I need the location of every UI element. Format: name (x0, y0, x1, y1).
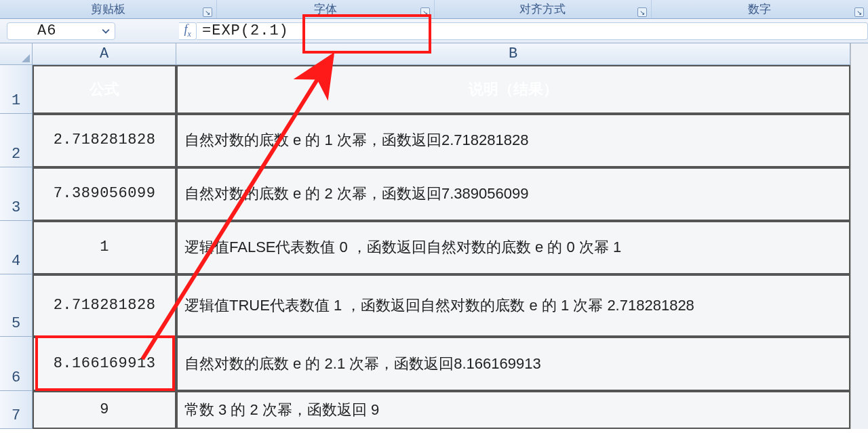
cell-text: 自然对数的底数 e 的 1 次幂，函数返回2.718281828 (184, 131, 528, 150)
cell-text: 逻辑值TRUE代表数值 1 ，函数返回自然对数的底数 e 的 1 次幂 2.71… (184, 296, 694, 316)
cell-B6[interactable]: 自然对数的底数 e 的 2.1 次幂，函数返回8.166169913 (176, 337, 850, 391)
cell-text: 公式 (90, 80, 119, 100)
dialog-launcher-icon[interactable]: ↘ (854, 7, 864, 17)
dialog-launcher-icon[interactable]: ↘ (420, 7, 430, 17)
cell-A6[interactable]: 8.166169913 (33, 337, 176, 391)
dialog-launcher-icon[interactable]: ↘ (637, 7, 647, 17)
dialog-launcher-icon[interactable]: ↘ (203, 7, 212, 17)
select-all-corner[interactable] (0, 43, 33, 65)
ribbon-group-label: 对齐方式 (519, 1, 566, 17)
cell-B4[interactable]: 逻辑值FALSE代表数值 0 ，函数返回自然对数的底数 e 的 0 次幂 1 (176, 221, 850, 274)
cell-B3[interactable]: 自然对数的底数 e 的 2 次幂，函数返回7.389056099 (176, 167, 850, 221)
row-header-3[interactable]: 3 (0, 167, 33, 221)
cell-text: 常数 3 的 2 次幂，函数返回 9 (184, 400, 379, 420)
cell-text: 自然对数的底数 e 的 2 次幂，函数返回7.389056099 (184, 184, 528, 204)
row-header-6[interactable]: 6 (0, 337, 33, 391)
ribbon-group-label: 数字 (748, 1, 771, 17)
cell-A7[interactable]: 9 (33, 391, 176, 429)
cell-text: 2.718281828 (54, 296, 156, 316)
insert-function-button[interactable]: fx (179, 22, 197, 40)
chevron-down-icon[interactable] (101, 26, 111, 36)
ribbon-group-label: 剪贴板 (91, 1, 125, 17)
cell-text: 9 (100, 400, 109, 420)
fx-icon: fx (184, 22, 191, 39)
vertical-scrollbar[interactable] (850, 43, 868, 429)
row-header-5[interactable]: 5 (0, 274, 33, 337)
formula-bar: A6 fx =EXP(2.1) (0, 19, 868, 43)
column-header-B[interactable]: B (176, 43, 850, 65)
formula-input[interactable]: =EXP(2.1) (197, 22, 868, 40)
cell-A5[interactable]: 2.718281828 (33, 274, 176, 337)
ribbon-group-clipboard[interactable]: 剪贴板 ↘ (0, 0, 217, 18)
cell-A1[interactable]: 公式 (33, 65, 176, 114)
column-header-A[interactable]: A (33, 43, 176, 65)
cell-A4[interactable]: 1 (33, 221, 176, 274)
cell-B5[interactable]: 逻辑值TRUE代表数值 1 ，函数返回自然对数的底数 e 的 1 次幂 2.71… (176, 274, 850, 337)
ribbon-group-number[interactable]: 数字 ↘ (652, 0, 868, 18)
cell-text: 逻辑值FALSE代表数值 0 ，函数返回自然对数的底数 e 的 0 次幂 1 (184, 238, 621, 257)
ribbon-groups: 剪贴板 ↘ 字体 ↘ 对齐方式 ↘ 数字 ↘ (0, 0, 868, 19)
ribbon-group-font[interactable]: 字体 ↘ (217, 0, 434, 18)
cell-text: 说明（结果） (469, 80, 558, 100)
cell-B7[interactable]: 常数 3 的 2 次幂，函数返回 9 (176, 391, 850, 429)
cell-text: 2.718281828 (54, 131, 156, 150)
cell-text: 8.166169913 (54, 354, 156, 374)
cell-B1[interactable]: 说明（结果） (176, 65, 850, 114)
row-header-1[interactable]: 1 (0, 65, 33, 114)
cell-text: 自然对数的底数 e 的 2.1 次幂，函数返回8.166169913 (184, 354, 541, 374)
cell-A3[interactable]: 7.389056099 (33, 167, 176, 221)
name-box-value: A6 (37, 22, 56, 39)
cell-B2[interactable]: 自然对数的底数 e 的 1 次幂，函数返回2.718281828 (176, 114, 850, 167)
worksheet: A B 1 公式 说明（结果） 2 2.718281828 自然对数的底数 e … (0, 43, 868, 429)
cell-text: 7.389056099 (54, 184, 156, 204)
formula-text: =EXP(2.1) (202, 22, 289, 39)
row-header-7[interactable]: 7 (0, 391, 33, 429)
name-box[interactable]: A6 (7, 22, 115, 40)
row-header-2[interactable]: 2 (0, 114, 33, 167)
ribbon-group-alignment[interactable]: 对齐方式 ↘ (435, 0, 652, 18)
cell-text: 1 (100, 238, 109, 257)
cell-A2[interactable]: 2.718281828 (33, 114, 176, 167)
row-header-4[interactable]: 4 (0, 221, 33, 274)
ribbon-group-label: 字体 (314, 1, 337, 17)
